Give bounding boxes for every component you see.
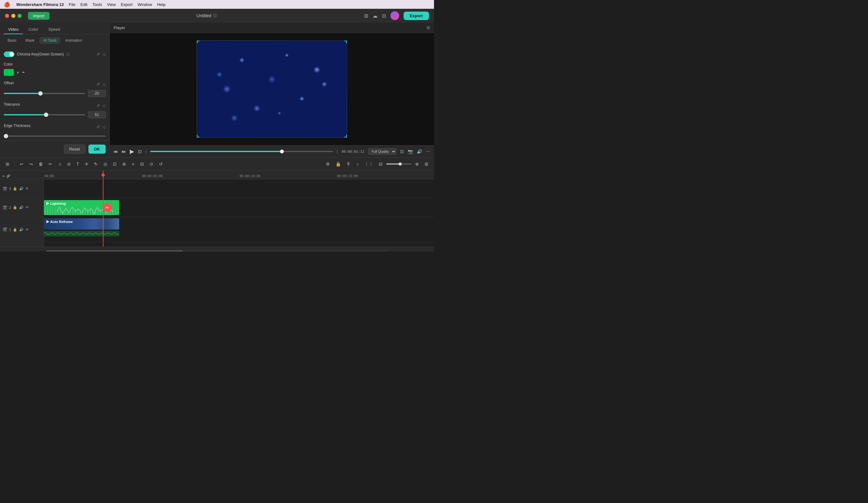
autoreframe-clip[interactable]: ▶ Auto Reframe (44, 218, 119, 229)
menu-window[interactable]: Window (138, 2, 152, 7)
play-prev-button[interactable]: ⏭ (122, 149, 126, 154)
ok-button[interactable]: OK (89, 145, 106, 154)
offset-slider[interactable] (4, 93, 85, 94)
corner-tl[interactable] (197, 41, 199, 43)
chroma-key-info-icon[interactable]: ⓘ (66, 52, 70, 57)
menu-file[interactable]: File (69, 2, 75, 7)
tool-circle[interactable]: ⊙ (148, 160, 155, 168)
tool-refresh[interactable]: ↺ (157, 160, 165, 168)
menu-help[interactable]: Help (157, 2, 166, 7)
track-v3-lock-icon[interactable]: 🔒 (13, 187, 17, 191)
track-a1-area[interactable] (44, 242, 434, 246)
cloud-icon[interactable]: ☁ (373, 13, 378, 19)
tool-diamond[interactable]: ⋄ (130, 160, 136, 168)
menu-view[interactable]: View (107, 2, 116, 7)
player-expand-icon[interactable]: ⊞ (426, 25, 430, 30)
grid-icon[interactable]: ⊟ (382, 13, 386, 19)
tab-video[interactable]: Video (4, 25, 23, 34)
edge-thickness-slider[interactable] (4, 135, 106, 137)
track-v1-eye-icon[interactable]: 👁 (25, 228, 29, 232)
offset-thumb[interactable] (38, 91, 43, 96)
reset-button[interactable]: Reset (64, 145, 85, 154)
track-v2-lock-icon[interactable]: 🔒 (13, 205, 17, 209)
sub-tab-aitools[interactable]: AI Tools (40, 37, 60, 44)
tool-zoom-in[interactable]: ⊕ (413, 160, 421, 168)
apple-menu[interactable]: 🍎 (4, 2, 10, 8)
play-button[interactable]: ▶ (130, 148, 134, 155)
info-icon[interactable]: ⓘ (213, 13, 217, 19)
avatar[interactable] (390, 11, 399, 20)
tool-stabilize[interactable]: ⊡ (111, 160, 118, 168)
edge-reset-icon[interactable]: ↺ (96, 125, 100, 129)
offset-value[interactable]: 20 (88, 90, 106, 97)
export-button[interactable]: Export (404, 12, 429, 20)
snapshot-icon[interactable]: 📷 (408, 149, 413, 154)
out-point-marker[interactable]: ] (337, 150, 338, 153)
scissors-marker[interactable]: ✂ (103, 203, 112, 212)
corner-tr[interactable] (344, 41, 347, 43)
track-v2-volume-icon[interactable]: 🔊 (19, 205, 23, 209)
chroma-key-toggle[interactable] (4, 51, 14, 57)
minimize-button[interactable] (11, 14, 16, 18)
color-dropdown-icon[interactable]: ▼ (16, 71, 19, 74)
import-button[interactable]: Import (28, 12, 50, 20)
tool-music[interactable]: ♪ (355, 160, 361, 168)
menu-edit[interactable]: Edit (80, 2, 87, 7)
tolerance-value[interactable]: 51 (88, 111, 106, 118)
offset-diamond-icon[interactable]: ◇ (103, 82, 106, 86)
track-v1-volume-icon[interactable]: 🔊 (19, 228, 23, 232)
link-icon[interactable]: 🔗 (6, 174, 10, 178)
tool-mic[interactable]: 🎙 (345, 160, 353, 168)
track-v1-lock-icon[interactable]: 🔒 (13, 228, 17, 232)
tab-speed[interactable]: Speed (44, 25, 65, 34)
quality-select[interactable]: Full Quality (368, 148, 396, 155)
tool-zoom[interactable]: ⊕ (121, 160, 128, 168)
add-track-icon[interactable]: ⊕ (2, 174, 4, 178)
edge-diamond-icon[interactable]: ◇ (103, 125, 106, 129)
tool-delete[interactable]: 🗑 (37, 160, 45, 168)
tool-minus[interactable]: ⊟ (138, 160, 146, 168)
layout-icon[interactable]: ⊞ (364, 13, 368, 19)
progress-bar[interactable] (150, 151, 333, 152)
sub-tab-mask[interactable]: Mask (22, 37, 38, 44)
chroma-key-diamond-icon[interactable]: ◇ (103, 52, 106, 57)
tool-rotate[interactable]: ↻ (92, 160, 100, 168)
color-swatch[interactable] (4, 69, 14, 76)
tool-motion[interactable]: ◎ (102, 160, 109, 168)
in-point-marker[interactable]: [ (145, 150, 146, 153)
tool-zoom-out[interactable]: ⊟ (377, 160, 384, 168)
chroma-key-reset-icon[interactable]: ↺ (96, 52, 100, 57)
track-v3-volume-icon[interactable]: 🔊 (19, 187, 23, 191)
tool-cut[interactable]: ✂ (47, 160, 54, 168)
tolerance-diamond-icon[interactable]: ◇ (103, 103, 106, 108)
tool-redo[interactable]: ↪ (27, 160, 35, 168)
edge-thickness-thumb[interactable] (4, 134, 8, 138)
sub-tab-basic[interactable]: Basic (4, 37, 20, 44)
track-v2-area[interactable]: ▶ Lightning ✂ (44, 198, 434, 217)
zoom-slider[interactable] (386, 163, 411, 165)
maximize-button[interactable] (18, 14, 22, 18)
tool-scene[interactable]: ⋮⋮ (362, 160, 375, 168)
tool-layout[interactable]: ⊞ (423, 160, 430, 168)
fullscreen-icon[interactable]: ⊡ (400, 149, 404, 154)
more-options-icon[interactable]: ⋯ (426, 149, 430, 154)
tool-mask[interactable]: ⊘ (65, 160, 73, 168)
tolerance-reset-icon[interactable]: ↺ (96, 103, 100, 108)
menu-export[interactable]: Export (121, 2, 133, 7)
stop-button[interactable]: ⊡ (138, 149, 142, 154)
track-v3-area[interactable] (44, 179, 434, 198)
offset-reset-icon[interactable]: ↺ (96, 82, 100, 86)
tool-grid[interactable]: ⊞ (4, 160, 11, 168)
progress-thumb[interactable] (280, 150, 284, 153)
corner-br[interactable] (344, 135, 347, 137)
timeline-scrollbar[interactable] (46, 250, 388, 252)
corner-bl[interactable] (197, 135, 199, 137)
tolerance-thumb[interactable] (44, 113, 48, 117)
track-v3-eye-icon[interactable]: 👁 (25, 187, 29, 191)
tool-undo[interactable]: ↩ (18, 160, 25, 168)
track-v1-area[interactable]: ▶ Auto Reframe (44, 217, 434, 242)
tool-crop[interactable]: ✛ (83, 160, 90, 168)
sub-tab-animation[interactable]: Animation (61, 37, 86, 44)
skip-back-button[interactable]: ⏮ (114, 149, 118, 154)
tool-audio[interactable]: ♫ (56, 160, 63, 168)
